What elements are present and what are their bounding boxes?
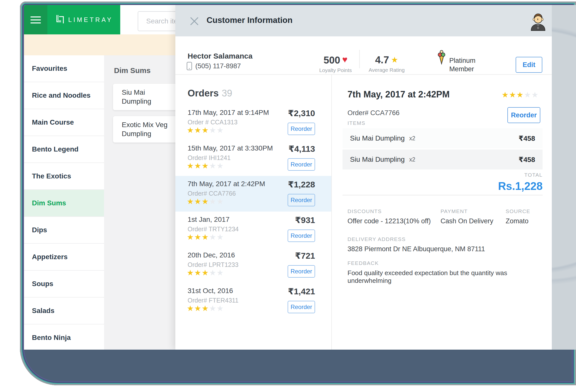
reorder-button[interactable]: Reorder — [288, 158, 315, 171]
orders-list: 17th May, 2017 at 9:14PM Order # CCA1313… — [175, 105, 331, 318]
customer-name: Hector Salamanca — [188, 52, 252, 60]
order-rating-stars: ★★★★★ — [187, 161, 224, 170]
heart-icon: ♥ — [342, 54, 347, 65]
edit-button[interactable]: Edit — [516, 57, 542, 73]
ice-cream-membership-icon — [437, 49, 446, 65]
reorder-button-large[interactable]: Reorder — [507, 107, 540, 123]
feedback-label: FEEDBACK — [347, 260, 379, 266]
reorder-button[interactable]: Reorder — [288, 230, 315, 242]
source-value: Zomato — [506, 217, 529, 225]
sidebar-item-salads[interactable]: Salads — [24, 298, 104, 324]
order-row-trty1234[interactable]: 1st Jan, 2017 Order# TRTY1234 ★★★★★ ₹931… — [175, 212, 331, 247]
sidebar-item-the-exotics[interactable]: The Exotics — [24, 163, 104, 190]
detail-divider — [343, 195, 543, 195]
brand-logo: LIMETRAY — [47, 5, 120, 34]
order-row-cca7766-selected[interactable]: 7th May, 2017 at 2:42PM Order# CCA7766 ★… — [175, 176, 331, 212]
order-row-cca1313[interactable]: 17th May, 2017 at 9:14PM Order # CCA1313… — [175, 105, 331, 140]
app-window: LIMETRAY Favourites Rice and Noodles Mai… — [24, 5, 552, 350]
orders-list-column: Orders39 17th May, 2017 at 9:14PM Order … — [175, 75, 332, 350]
order-rating-stars: ★★★★★ — [187, 233, 224, 242]
discounts-value: Offer code - 12213(10% off) — [347, 217, 431, 225]
category-strip — [24, 34, 175, 55]
star-icon: ★ — [391, 55, 398, 64]
source-label: SOURCE — [506, 208, 530, 214]
order-row-fter4311[interactable]: 31st Oct, 2016 Order# FTER4311 ★★★★★ ₹1,… — [175, 283, 331, 318]
user-avatar-icon[interactable] — [529, 11, 547, 32]
order-total: TOTAL Rs.1,228 — [498, 172, 543, 192]
customer-phone: (505) 117-8987 — [195, 62, 241, 70]
order-rating-stars: ★★★★★ — [187, 197, 224, 206]
brand-logo-text: LIMETRAY — [68, 16, 113, 23]
reorder-button[interactable]: Reorder — [288, 301, 315, 313]
delivery-address-value: 3828 Piermont Dr NE Albuquerque, NM 8711… — [347, 245, 485, 253]
reorder-button[interactable]: Reorder — [288, 265, 315, 278]
loyalty-points-stat: 500♥ Loyalty Points — [312, 54, 359, 73]
limetray-logo-icon — [55, 14, 66, 26]
sidebar-item-dips[interactable]: Dips — [24, 217, 104, 244]
order-item-row: Siu Mai Dumpling x2 ₹458 — [343, 150, 543, 169]
items-label: ITEMS — [347, 120, 365, 126]
hamburger-menu-button[interactable] — [24, 5, 47, 34]
item-price: ₹458 — [519, 134, 535, 143]
customer-information-panel: Customer Information Hector Salamanca (5… — [175, 5, 552, 350]
menu-item-exotic-mix-veg-dumpling[interactable]: Exotic Mix Veg Dumpling — [113, 116, 186, 143]
sidebar-item-favourites[interactable]: Favourites — [24, 55, 104, 82]
stat-divider — [359, 50, 360, 68]
order-rating-stars: ★★★★★ — [187, 304, 224, 313]
membership-badge: Platinum Member — [449, 56, 475, 73]
order-item-row: Siu Mai Dumpling x2 ₹458 — [343, 128, 543, 148]
sidebar-item-soups[interactable]: Soups — [24, 271, 104, 298]
orders-count: 39 — [222, 88, 232, 98]
item-quantity: x2 — [409, 156, 415, 163]
order-total-value: Rs.1,228 — [498, 180, 543, 192]
order-row-lprt1233[interactable]: 20th Dec, 2016 Order# LPRT1233 ★★★★★ ₹72… — [175, 247, 331, 283]
order-rating-stars: ★★★★★ — [187, 268, 224, 277]
average-rating-stat: 4.7★ Average Rating — [363, 54, 410, 73]
reorder-button[interactable]: Reorder — [288, 123, 315, 135]
sidebar-item-appetizers[interactable]: Appetizers — [24, 244, 104, 271]
order-rating-stars: ★★★★★ — [187, 126, 224, 135]
sidebar-item-bento-legend[interactable]: Bento Legend — [24, 136, 104, 163]
close-icon[interactable] — [189, 16, 200, 26]
discounts-label: DISCOUNTS — [347, 208, 382, 214]
sidebar-item-main-course[interactable]: Main Course — [24, 109, 104, 136]
panel-title: Customer Information — [207, 15, 293, 25]
order-detail-panel: 7th May, 2017 at 2:42PM Order# CCA7766 ★… — [332, 75, 552, 350]
order-row-ihi1241[interactable]: 15th May, 2017 at 3:330PM Order# IHI1241… — [175, 140, 331, 176]
panel-header: Customer Information — [175, 5, 552, 36]
category-sidebar: Favourites Rice and Noodles Main Course … — [24, 55, 104, 350]
menu-category-title: Dim Sums — [114, 66, 151, 75]
feedback-value: Food quality exceeded expectation but th… — [347, 269, 552, 285]
sidebar-item-bento-ninja[interactable]: Bento Ninja — [24, 324, 104, 350]
delivery-address-label: DELIVERY ADDRESS — [347, 236, 406, 242]
sidebar-item-dim-sums[interactable]: Dim Sums — [24, 190, 104, 217]
reorder-button[interactable]: Reorder — [288, 194, 315, 206]
device-frame-right-band — [552, 5, 576, 350]
item-price: ₹458 — [519, 156, 535, 164]
phone-icon — [187, 62, 192, 70]
item-quantity: x2 — [409, 135, 415, 142]
payment-label: PAYMENT — [441, 208, 468, 214]
order-detail-number: Order# CCA7766 — [347, 109, 400, 117]
orders-title: Orders39 — [188, 88, 232, 99]
hamburger-icon — [30, 16, 41, 17]
payment-value: Cash On Delivery — [441, 217, 493, 225]
menu-item-siu-mai-dumpling[interactable]: Siu Mai Dumpling — [113, 84, 186, 110]
sidebar-item-rice-and-noodles[interactable]: Rice and Noodles — [24, 82, 104, 109]
order-detail-date: 7th May, 2017 at 2:42PM — [347, 89, 450, 100]
order-detail-rating-stars: ★★★★★ — [502, 90, 539, 99]
menu-items-column: Dim Sums Siu Mai Dumpling Exotic Mix Veg… — [104, 55, 175, 350]
